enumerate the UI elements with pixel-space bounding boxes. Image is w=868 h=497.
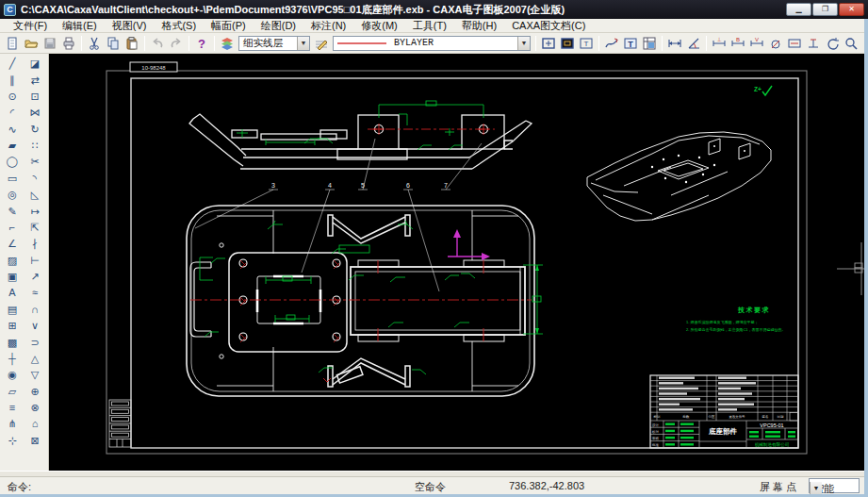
triangle-tool[interactable]: △ — [27, 351, 43, 367]
help-icon[interactable]: ? — [192, 35, 211, 52]
mirror-tool[interactable]: ⋈ — [27, 105, 43, 121]
text-window-icon[interactable]: T — [577, 35, 596, 52]
palette-icon[interactable] — [640, 35, 659, 52]
parallel-line-tool[interactable]: ∥ — [5, 73, 21, 89]
erase-tool[interactable]: ◪ — [27, 56, 43, 72]
menu-item-6[interactable]: 标注(N) — [303, 19, 353, 33]
inv-triangle-tool[interactable]: ▽ — [27, 367, 43, 383]
new-icon[interactable] — [3, 35, 22, 52]
maximize-button[interactable]: ❐ — [812, 3, 838, 16]
polygon-tool[interactable]: ▰ — [5, 138, 21, 154]
text-tool-icon[interactable]: T — [621, 35, 640, 52]
close-button[interactable]: ✕ — [839, 3, 864, 16]
menu-item-1[interactable]: 编辑(E) — [55, 19, 105, 33]
move-tool[interactable]: ⇄ — [27, 73, 43, 89]
vertical-dim-icon[interactable]: V — [747, 35, 766, 52]
array-tool[interactable]: ∷ — [27, 138, 43, 154]
detail-view-tool[interactable]: ◉ — [5, 367, 21, 383]
menu-item-5[interactable]: 绘图(D) — [254, 19, 303, 33]
multiline-tool[interactable]: ≡ — [5, 400, 21, 416]
extend-tool[interactable]: ↦ — [27, 204, 43, 220]
chevron-down-icon[interactable]: ▼ — [810, 482, 822, 495]
library-tool[interactable]: ⋔ — [5, 416, 21, 432]
menu-item-9[interactable]: 帮助(H) — [454, 19, 504, 33]
stretch-tool[interactable]: ⇱ — [27, 220, 43, 236]
coordinate-tool[interactable]: ⊹ — [5, 433, 21, 449]
paste-icon[interactable] — [123, 35, 141, 52]
print-icon[interactable] — [59, 35, 78, 52]
layer-select[interactable]: 细实线层 ▼ — [238, 36, 310, 51]
curve-edit-icon[interactable] — [602, 35, 621, 52]
dim-update-icon[interactable] — [823, 35, 842, 52]
chevron-down-icon[interactable]: ▼ — [297, 37, 309, 50]
linetype-select[interactable]: BYLAYER ▼ — [333, 36, 531, 51]
command-prompt[interactable]: 命令: — [8, 480, 31, 494]
image-tool[interactable]: ▩ — [5, 335, 21, 351]
copy-icon[interactable] — [104, 35, 123, 52]
donut-tool[interactable]: ◎ — [5, 187, 21, 203]
check-icon — [762, 86, 772, 95]
times-circle-tool[interactable]: ⊗ — [27, 400, 43, 416]
polyline-tool[interactable]: ⌐ — [5, 220, 21, 236]
axis-tool[interactable]: ┼ — [5, 351, 21, 367]
chamfer-tool[interactable]: ◺ — [27, 187, 43, 203]
fillet-tool[interactable]: ◝ — [27, 171, 43, 187]
menu-item-2[interactable]: 视图(V) — [105, 19, 155, 33]
equalize-tool[interactable]: ≈ — [27, 285, 43, 301]
bisector-tool[interactable]: ∠ — [5, 236, 21, 252]
redo-icon[interactable] — [167, 35, 186, 52]
menu-item-10[interactable]: CAXA图文档(C) — [504, 19, 593, 33]
rotate-tool[interactable]: ↻ — [27, 122, 43, 138]
cut-icon[interactable] — [85, 35, 104, 52]
copy-object-tool[interactable]: ⊡ — [27, 89, 43, 105]
break-tool[interactable]: ∤ — [27, 236, 43, 252]
edge-dim-tool[interactable]: ⊢ — [27, 253, 43, 269]
menu-item-0[interactable]: 文件(F) — [6, 19, 55, 33]
rectangle-tool[interactable]: ▭ — [5, 171, 21, 187]
datum-dim-icon[interactable] — [804, 35, 823, 52]
trim-tool[interactable]: ✂ — [27, 154, 43, 170]
layer-edit-icon[interactable] — [312, 35, 331, 52]
menu-item-3[interactable]: 格式(S) — [154, 19, 204, 33]
baseline-dim-icon[interactable]: B — [729, 35, 747, 52]
coord-dim-icon[interactable]: ⊥ — [710, 35, 729, 52]
drawing-canvas[interactable]: 10-98248 — [49, 54, 864, 471]
open-icon[interactable] — [22, 35, 41, 52]
angle-dim-icon[interactable] — [684, 35, 703, 52]
n-curve-tool[interactable]: ∩ — [27, 302, 43, 318]
v-curve-tool[interactable]: ∨ — [27, 318, 43, 334]
spline-tool[interactable]: ∿ — [5, 122, 21, 138]
table-tool[interactable]: ⊞ — [5, 318, 21, 334]
block-tool[interactable]: ▤ — [5, 302, 21, 318]
layers-icon[interactable] — [218, 35, 237, 52]
minimize-button[interactable]: ▁ — [786, 3, 811, 16]
arc-tool[interactable]: ◜ — [5, 105, 21, 121]
circle-tool[interactable]: ⊙ — [5, 89, 21, 105]
drawing-tool-palette: ╱∥⊙◜∿▰◯▭◎✎⌐∠▨▣A▤⊞▩┼◉▱≡⋔⊹ ◪⇄⊡⋈↻∷✂◝◺↦⇱∤⊢↗≈… — [0, 54, 49, 471]
menu-item-4[interactable]: 幅面(P) — [204, 19, 254, 33]
text-tool[interactable]: A — [5, 285, 21, 301]
home-tool[interactable]: ⌂ — [27, 416, 43, 432]
hatch-tool[interactable]: ▨ — [5, 253, 21, 269]
hook-tool[interactable]: ⊃ — [27, 335, 43, 351]
menu-item-8[interactable]: 工具(T) — [405, 19, 454, 33]
plus-circle-tool[interactable]: ⊕ — [27, 384, 43, 400]
menu-item-7[interactable]: 修改(M) — [353, 19, 405, 33]
undo-icon[interactable] — [148, 35, 167, 52]
zoom-window-icon[interactable] — [558, 35, 577, 52]
snap-mode-select[interactable]: 智能 ▼ — [809, 478, 860, 493]
box-select-tool[interactable]: ⊠ — [27, 433, 43, 449]
parallelogram-tool[interactable]: ▱ — [5, 384, 21, 400]
frame-dim-icon[interactable] — [785, 35, 804, 52]
save-icon[interactable] — [41, 35, 59, 52]
sketch-tool[interactable]: ✎ — [5, 204, 21, 220]
line-tool[interactable]: ╱ — [5, 56, 21, 72]
region-tool[interactable]: ▣ — [5, 269, 21, 285]
linear-dim-icon[interactable] — [665, 35, 684, 52]
leader-tool[interactable]: ↗ — [27, 269, 43, 285]
chevron-down-icon[interactable]: ▼ — [517, 37, 530, 50]
zoom-fit-icon[interactable] — [539, 35, 558, 52]
diameter-dim-icon[interactable] — [766, 35, 785, 52]
dim-search-icon[interactable] — [842, 35, 860, 52]
ellipse-tool[interactable]: ◯ — [5, 154, 21, 170]
